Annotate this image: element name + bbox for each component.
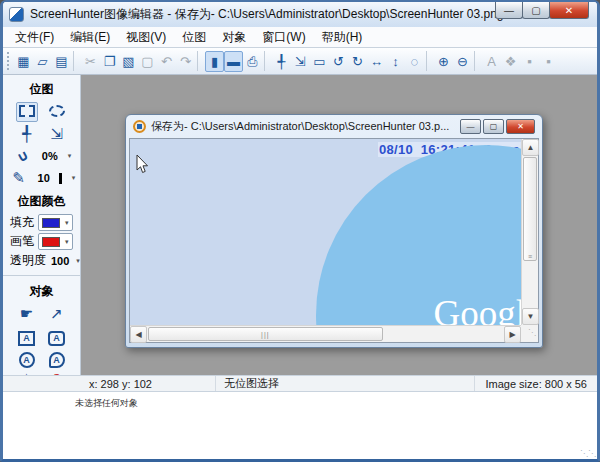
menu-file[interactable]: 文件(F)	[7, 27, 62, 48]
cursor-position-status: x: 298 y: 102	[81, 376, 216, 391]
circle-text-tool[interactable]: A	[16, 348, 38, 368]
circle-text-icon: A	[19, 352, 35, 368]
scroll-down-icon[interactable]: ▼	[522, 308, 539, 325]
resize-grip-icon[interactable]: ⋱⋱	[580, 449, 596, 458]
pen-color-dropdown-icon: ▾	[65, 238, 69, 246]
cut-icon[interactable]: ✂	[81, 51, 100, 72]
crop-icon[interactable]: ╃	[272, 51, 291, 72]
minimize-button[interactable]: —	[495, 2, 523, 19]
crop-tool[interactable]: ╃	[16, 124, 38, 144]
menu-bitmap[interactable]: 位图	[174, 27, 214, 48]
screenhunter-editor-window: ScreenHunter图像编辑器 - 保存为- C:\Users\Admini…	[0, 0, 600, 462]
free-rotate-icon[interactable]: ◌	[405, 51, 424, 72]
split-horizontal-icon[interactable]: ▬	[224, 51, 243, 72]
pencil-icon: ✎	[12, 169, 25, 186]
fill-color-picker[interactable]: ▾	[38, 214, 73, 231]
close-button[interactable]: ✕	[549, 2, 589, 19]
callout-icon: A	[49, 352, 65, 368]
ellipse-select-tool[interactable]	[46, 102, 68, 122]
scroll-up-icon[interactable]: ▲	[522, 139, 539, 156]
text-box-tool[interactable]: A	[16, 326, 38, 346]
toolbar-grip[interactable]	[7, 52, 12, 70]
pen-color-label: 画笔	[10, 233, 34, 250]
image-watermark-text: Googl	[434, 292, 522, 325]
scrollbar-corner-grip[interactable]: ⋱	[521, 325, 538, 342]
opacity-dropdown-icon[interactable]: ▾	[76, 257, 80, 265]
opacity-label: 透明度	[10, 252, 46, 269]
horizontal-scrollbar[interactable]: ◀ ||| ▶	[130, 325, 521, 342]
object-section-title: 对象	[30, 283, 54, 300]
fill-tool[interactable]: ∪	[12, 146, 34, 166]
toolbar-separator	[197, 51, 203, 71]
bitmap-section-title: 位图	[30, 81, 54, 98]
menu-window[interactable]: 窗口(W)	[254, 27, 313, 48]
horizontal-scroll-thumb[interactable]: |||	[148, 327, 383, 341]
document-icon	[133, 120, 146, 133]
rounded-text-box-tool[interactable]: A	[46, 326, 68, 346]
status-bar: x: 298 y: 102 无位图选择 Image size: 800 x 56	[3, 375, 597, 391]
document-title-bar[interactable]: 保存为- C:\Users\Administrator\Desktop\Scre…	[126, 115, 542, 138]
capture-icon[interactable]: ▦	[14, 51, 33, 72]
pencil-tool[interactable]: ✎	[8, 168, 30, 188]
rounded-text-box-icon: A	[48, 331, 65, 346]
flip-vertical-icon[interactable]: ↕	[386, 51, 405, 72]
menu-edit[interactable]: 编辑(E)	[62, 27, 118, 48]
menu-object[interactable]: 对象	[214, 27, 254, 48]
pen-color-picker[interactable]: ▾	[38, 233, 73, 250]
select-all-icon[interactable]: ▢	[138, 51, 157, 72]
fill-tolerance-dropdown-icon[interactable]: ▾	[68, 152, 72, 160]
paste-icon[interactable]: ▧	[119, 51, 138, 72]
selection-status: 无位图选择	[216, 376, 475, 391]
pencil-size-dropdown-icon[interactable]: ▾	[72, 174, 76, 182]
object-select-tool[interactable]: ☛	[16, 304, 38, 324]
print-icon[interactable]: ⎙	[243, 51, 262, 72]
vertical-scrollbar[interactable]: ▲ ≡ ▼	[521, 139, 538, 325]
edited-image[interactable]: 08/10 16:21:41 Scree Googl	[130, 139, 521, 325]
document-minimize-button[interactable]: —	[460, 119, 481, 134]
vertical-scroll-thumb[interactable]: ≡	[523, 157, 537, 261]
redo-icon[interactable]: ↷	[176, 51, 195, 72]
rotate-left-icon[interactable]: ↺	[329, 51, 348, 72]
object-properties-panel: 未选择任何对象 ⋱⋱	[3, 391, 597, 459]
copy-icon[interactable]: ❐	[100, 51, 119, 72]
ellipse-marquee-icon	[49, 105, 65, 117]
text-box-icon: A	[18, 331, 35, 346]
undo-icon[interactable]: ↶	[157, 51, 176, 72]
rotate-right-icon[interactable]: ↻	[348, 51, 367, 72]
document-body: 08/10 16:21:41 Scree Googl ▲ ≡ ▼ ◀	[129, 138, 539, 343]
split-vertical-icon[interactable]: ▮	[205, 51, 224, 72]
document-maximize-button[interactable]: ▢	[483, 119, 504, 134]
menu-bar: 文件(F) 编辑(E) 视图(V) 位图 对象 窗口(W) 帮助(H)	[3, 27, 597, 48]
border-icon[interactable]: ▭	[310, 51, 329, 72]
resize-icon[interactable]: ⇲	[291, 51, 310, 72]
toolbar: ▦▱▤✂❐▧▢↶↷▮▬⎙╃⇲▭↺↻↔↕◌⊕⊖A❖▪▪	[3, 48, 597, 75]
callout-tool[interactable]: A	[46, 348, 68, 368]
rect-select-tool[interactable]	[16, 102, 38, 122]
zoom-out-icon[interactable]: ⊖	[453, 51, 472, 72]
document-close-button[interactable]: ✕	[506, 119, 535, 134]
image-size-status: Image size: 800 x 56	[475, 376, 597, 391]
pen-color-swatch	[42, 237, 60, 247]
zoom-in-icon[interactable]: ⊕	[434, 51, 453, 72]
opacity-value[interactable]: 100	[51, 255, 69, 267]
document-window-controls: — ▢ ✕	[460, 119, 535, 134]
flip-horizontal-icon[interactable]: ↔	[367, 51, 386, 72]
text-tool-icon[interactable]: A	[482, 51, 501, 72]
resize-tool[interactable]: ⇲	[46, 124, 68, 144]
maximize-button[interactable]: ▢	[522, 2, 550, 19]
line-arrow-tool[interactable]: ↗	[46, 304, 68, 324]
shapes-tool-icon[interactable]: ❖	[501, 51, 520, 72]
menu-help[interactable]: 帮助(H)	[314, 27, 371, 48]
mouse-cursor-icon	[136, 155, 150, 175]
object-rect-icon[interactable]: ▪	[520, 51, 539, 72]
menu-view[interactable]: 视图(V)	[118, 27, 174, 48]
object-square-icon[interactable]: ▪	[539, 51, 558, 72]
pencil-size-value[interactable]: 10	[38, 172, 50, 184]
fill-tolerance-value[interactable]: 0%	[42, 150, 58, 162]
resize-icon: ⇲	[50, 125, 63, 142]
save-icon[interactable]: ▤	[52, 51, 71, 72]
fill-color-swatch	[42, 218, 60, 228]
scroll-right-icon[interactable]: ▶	[504, 326, 521, 343]
scroll-left-icon[interactable]: ◀	[130, 326, 147, 343]
open-icon[interactable]: ▱	[33, 51, 52, 72]
